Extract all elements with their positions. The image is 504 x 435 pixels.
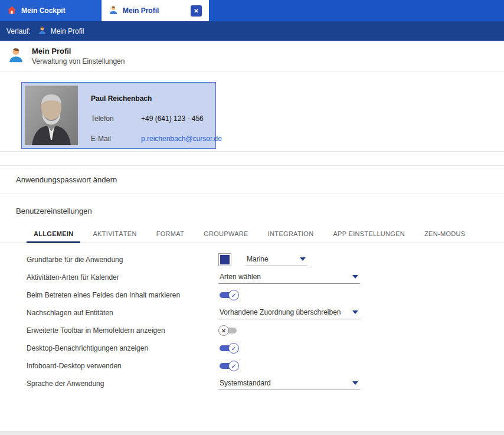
person-icon: [109, 5, 118, 17]
form-row: Nachschlagen auf Entitäten Vorhandene Zu…: [0, 304, 504, 322]
select-value: Systemstandard: [220, 379, 271, 387]
profile-avatar-icon: [8, 47, 24, 66]
home-icon: [7, 5, 17, 17]
page-subtitle: Verwaltung von Einstellungen: [32, 57, 125, 66]
form-row: Desktop-Benachrichtigungen anzeigen ✓: [0, 339, 504, 357]
phone-label: Telefon: [91, 115, 141, 123]
contact-card-section: Paul Reichenbach Telefon +49 (641) 123 -…: [0, 71, 504, 152]
phone-value: +49 (641) 123 - 456: [141, 115, 204, 123]
field-label: Sprache der Anwendung: [0, 380, 218, 388]
check-icon: ✓: [228, 361, 239, 371]
section-divider: [0, 152, 504, 166]
field-label: Beim Betreten eines Feldes den Inhalt ma…: [0, 291, 218, 299]
field-label: Desktop-Benachrichtigungen anzeigen: [0, 344, 218, 352]
caret-down-icon: [352, 381, 358, 385]
tab-label: Mein Profil: [123, 6, 159, 15]
tab-mein-cockpit[interactable]: Mein Cockpit: [0, 0, 100, 21]
app-base-color-select[interactable]: Marine: [246, 254, 307, 266]
bottom-status-strip: [0, 431, 504, 435]
caret-down-icon: [352, 310, 358, 314]
history-bar: Verlauf: Mein Profil: [0, 21, 504, 41]
page-header: Mein Profil Verwaltung von Einstellungen: [0, 41, 504, 71]
contact-photo: [25, 86, 78, 145]
contact-info: Paul Reichenbach Telefon +49 (641) 123 -…: [91, 86, 222, 145]
check-icon: ✓: [228, 343, 239, 354]
color-preview: [220, 255, 230, 264]
password-section-title: Anwendungspasswort ändern: [16, 175, 117, 184]
form-row: Infoboard-Desktop verwenden ✓: [0, 357, 504, 375]
form-row: Grundfarbe für die Anwendung Marine: [0, 251, 504, 269]
tab-aktivitaeten[interactable]: AKTIVITÄTEN: [86, 225, 143, 243]
close-icon: ✕: [194, 8, 198, 14]
contact-name: Paul Reichenbach: [91, 94, 222, 103]
settings-tab-bar: ALLGEMEIN AKTIVITÄTEN FORMAT GROUPWARE I…: [0, 225, 504, 243]
form-row: Aktivitäten-Arten für Kalender Arten wäh…: [0, 269, 504, 286]
tab-zen-modus[interactable]: ZEN-MODUS: [417, 225, 472, 243]
form-row: Erweiterte Toolbar in Memofeldern anzeig…: [0, 322, 504, 339]
form-row: Beim Betreten eines Feldes den Inhalt ma…: [0, 286, 504, 304]
close-tab-button[interactable]: ✕: [191, 5, 202, 17]
select-value: Marine: [247, 255, 269, 263]
caret-down-icon: [352, 275, 358, 279]
tab-app-einstellungen[interactable]: APP EINSTELLUNGEN: [326, 225, 412, 243]
tab-allgemein[interactable]: ALLGEMEIN: [27, 225, 80, 243]
person-icon: [38, 26, 47, 37]
tab-format[interactable]: FORMAT: [149, 225, 191, 243]
field-label: Infoboard-Desktop verwenden: [0, 362, 218, 370]
app-window: Mein Cockpit Mein Profil ✕ Verlauf: Mein…: [0, 0, 504, 435]
top-tab-bar: Mein Cockpit Mein Profil ✕: [0, 0, 504, 21]
mark-field-content-toggle[interactable]: ✓: [218, 290, 239, 300]
caret-down-icon: [300, 257, 306, 261]
section-user-settings: Benutzereinstellungen ALLGEMEIN AKTIVITÄ…: [0, 194, 504, 393]
settings-section-title: Benutzereinstellungen: [0, 207, 504, 215]
settings-form: Grundfarbe für die Anwendung Marine Akti…: [0, 251, 504, 393]
email-link[interactable]: p.reichenbach@cursor.de: [141, 135, 222, 143]
select-value: Vorhandene Zuordnung überschreiben: [220, 308, 341, 316]
form-row: Sprache der Anwendung Systemstandard: [0, 375, 504, 393]
history-label: Verlauf:: [6, 27, 31, 35]
memo-toolbar-toggle[interactable]: ✕: [218, 325, 239, 336]
select-value: Arten wählen: [220, 273, 261, 281]
infoboard-desktop-toggle[interactable]: ✓: [218, 361, 239, 371]
contact-card[interactable]: Paul Reichenbach Telefon +49 (641) 123 -…: [21, 82, 216, 149]
tab-mein-profil[interactable]: Mein Profil ✕: [102, 0, 209, 21]
calendar-activity-types-select[interactable]: Arten wählen: [218, 272, 360, 284]
tab-groupware[interactable]: GROUPWARE: [197, 225, 256, 243]
app-language-select[interactable]: Systemstandard: [218, 378, 360, 390]
history-item-mein-profil[interactable]: Mein Profil: [38, 26, 84, 37]
page-title: Mein Profil: [32, 47, 125, 55]
field-label: Aktivitäten-Arten für Kalender: [0, 273, 218, 282]
email-label: E-Mail: [91, 135, 141, 143]
field-label: Erweiterte Toolbar in Memofeldern anzeig…: [0, 326, 218, 335]
x-icon: ✕: [218, 325, 229, 336]
field-label: Grundfarbe für die Anwendung: [0, 256, 218, 264]
app-base-color-swatch[interactable]: [218, 253, 231, 266]
check-icon: ✓: [228, 290, 239, 300]
field-label: Nachschlagen auf Entitäten: [0, 309, 218, 317]
tab-label: Mein Cockpit: [21, 6, 66, 15]
section-password-change[interactable]: Anwendungspasswort ändern: [0, 166, 504, 194]
history-item-label: Mein Profil: [51, 27, 84, 35]
desktop-notifications-toggle[interactable]: ✓: [218, 343, 239, 354]
entity-lookup-select[interactable]: Vorhandene Zuordnung überschreiben: [218, 307, 360, 319]
tab-integration[interactable]: INTEGRATION: [261, 225, 321, 243]
